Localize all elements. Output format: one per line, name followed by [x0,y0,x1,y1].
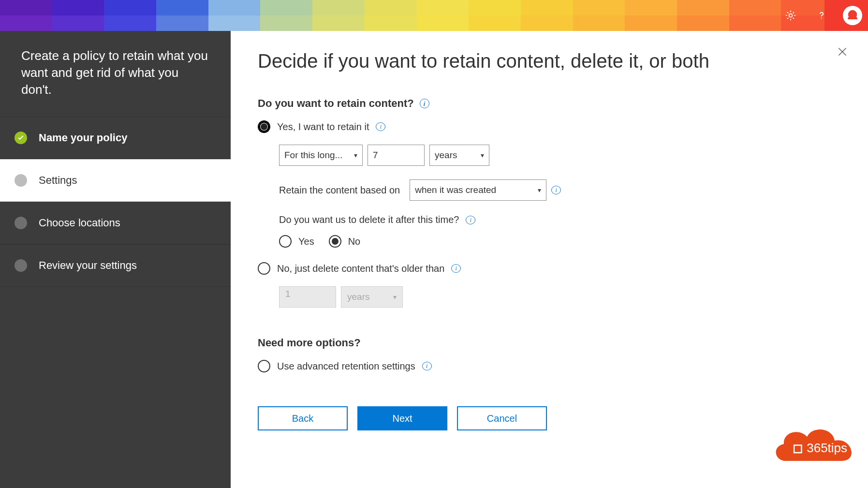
option-delete-yes[interactable]: Yes [279,235,314,248]
bullet-icon [15,217,27,229]
chevron-down-icon: ▾ [393,293,397,301]
sidebar-title: Create a policy to retain what you want … [0,31,231,117]
info-icon[interactable] [422,362,432,370]
option-just-delete-label: No, just delete content that's older tha… [277,263,444,274]
next-button-label: Next [392,413,412,424]
question-delete-after: Do you want us to delete it after this t… [279,214,841,225]
page-title: Decide if you want to retain content, de… [258,50,841,72]
step-name-your-policy[interactable]: Name your policy [0,117,231,159]
disabled-unit-text: years [347,292,369,302]
chevron-down-icon: ▾ [538,186,541,194]
top-header-bar [0,0,868,31]
next-button[interactable]: Next [357,406,447,430]
back-button-label: Back [292,413,313,424]
chevron-down-icon: ▾ [481,151,484,159]
retain-based-value: when it was created [415,185,496,195]
retain-based-label: Retain the content based on [279,185,400,196]
back-button[interactable]: Back [258,406,348,430]
chevron-down-icon: ▾ [354,151,357,159]
step-label: Choose locations [39,217,120,229]
info-icon[interactable] [466,216,475,224]
cancel-button[interactable]: Cancel [457,406,547,430]
info-icon[interactable] [420,99,429,108]
wizard-footer-buttons: Back Next Cancel [258,406,841,430]
option-just-delete[interactable]: No, just delete content that's older tha… [258,262,841,275]
option-advanced-label: Use advanced retention settings [277,361,415,372]
option-yes-retain[interactable]: Yes, I want to retain it [258,120,841,133]
help-icon[interactable] [806,0,837,31]
main-panel: Decide if you want to retain content, de… [231,31,868,488]
step-label: Settings [39,174,77,187]
bullet-icon [15,174,27,187]
svg-point-2 [850,10,855,16]
option-advanced-retention[interactable]: Use advanced retention settings [258,360,841,372]
info-icon[interactable] [551,186,561,194]
question-retain: Do you want to retain content? [258,97,841,110]
close-icon[interactable] [836,45,849,60]
delete-older-unit-select: years ▾ [341,286,403,308]
radio-icon[interactable] [258,360,270,372]
step-review-settings[interactable]: Review your settings [0,244,231,287]
svg-point-0 [789,14,793,17]
info-icon[interactable] [376,122,385,131]
option-delete-no[interactable]: No [329,235,361,248]
check-icon [15,132,27,144]
info-icon[interactable] [451,264,461,273]
bullet-icon [15,259,27,272]
retention-mode-select[interactable]: For this long... ▾ [279,145,363,166]
cancel-button-label: Cancel [487,413,517,424]
radio-icon[interactable] [258,262,270,275]
radio-icon[interactable] [279,235,292,248]
retention-mode-value: For this long... [284,150,342,161]
retention-unit-value: years [435,150,457,161]
radio-icon[interactable] [258,120,270,133]
option-yes-retain-label: Yes, I want to retain it [277,121,369,133]
user-avatar[interactable] [837,0,868,31]
radio-icon[interactable] [329,235,341,248]
header-mosaic [0,0,868,31]
option-delete-no-label: No [348,236,361,247]
question-delete-after-text: Do you want us to delete it after this t… [279,214,459,225]
svg-point-1 [821,18,822,19]
retain-based-select[interactable]: when it was created ▾ [410,179,546,201]
step-settings[interactable]: Settings [0,159,231,202]
step-label: Review your settings [39,259,137,272]
option-delete-yes-label: Yes [298,236,314,247]
step-choose-locations[interactable]: Choose locations [0,202,231,244]
svg-text:◻ 365tips: ◻ 365tips [793,441,847,455]
settings-icon[interactable] [775,0,806,31]
retention-unit-select[interactable]: years ▾ [429,145,489,166]
question-retain-text: Do you want to retain content? [258,97,414,110]
retention-value-input[interactable] [368,145,425,166]
delete-older-value-input: 1 [279,286,336,308]
more-options-title: Need more options? [258,337,841,349]
disabled-value-text: 1 [285,289,291,299]
step-label: Name your policy [39,132,127,144]
wizard-sidebar: Create a policy to retain what you want … [0,31,231,488]
